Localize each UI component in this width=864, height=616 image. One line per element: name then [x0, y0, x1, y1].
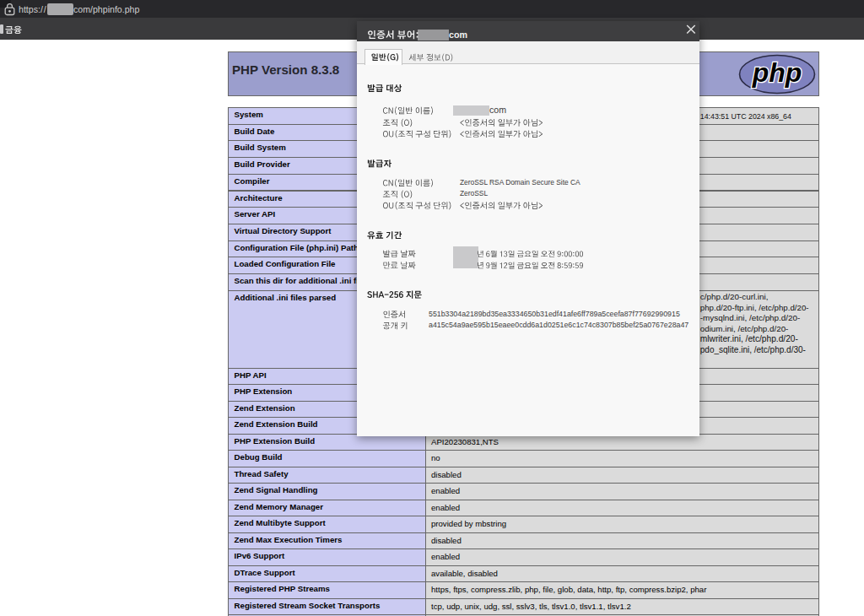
- svg-text:php: php: [752, 57, 802, 88]
